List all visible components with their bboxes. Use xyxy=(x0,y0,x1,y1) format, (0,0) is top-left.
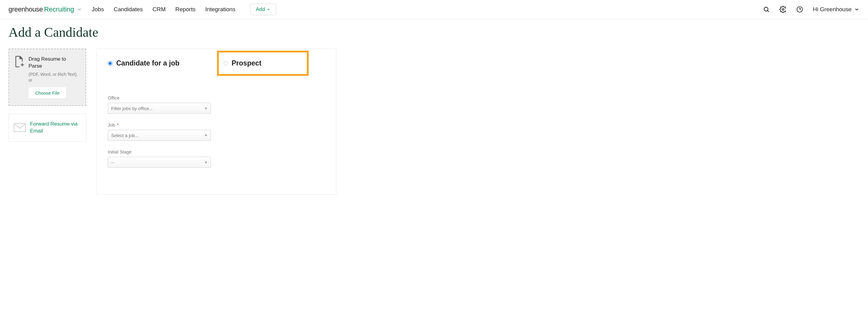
svg-point-2 xyxy=(782,8,784,10)
job-label: Job * xyxy=(108,122,325,127)
initial-stage-select-value: -- xyxy=(111,160,114,165)
type-radio-group: Candidate for a job Prospect xyxy=(108,59,325,76)
radio-candidate-input[interactable] xyxy=(108,61,113,66)
nav-jobs[interactable]: Jobs xyxy=(92,6,104,13)
brand-word-2: Recruiting xyxy=(44,5,74,13)
caret-down-icon: ▼ xyxy=(204,160,208,164)
required-marker: * xyxy=(117,122,119,127)
search-button[interactable] xyxy=(763,6,770,13)
choose-file-button[interactable]: Choose File xyxy=(29,87,66,99)
radio-candidate-for-job[interactable]: Candidate for a job xyxy=(108,59,217,67)
field-office: Office Filter jobs by office... ▼ xyxy=(108,95,325,114)
add-button[interactable]: Add xyxy=(250,4,276,15)
primary-nav: Jobs Candidates CRM Reports Integrations xyxy=(92,6,235,13)
layout: Drag Resume to Parse (PDF, Word, or Rich… xyxy=(8,48,860,195)
radio-prospect-label: Prospect xyxy=(231,59,261,67)
settings-button[interactable] xyxy=(779,6,787,13)
gear-icon xyxy=(779,6,787,13)
envelope-icon xyxy=(14,124,26,132)
caret-down-icon: ▼ xyxy=(204,133,208,137)
dropzone-title: Drag Resume to Parse xyxy=(29,56,80,70)
user-menu[interactable]: Hi Greenhouse xyxy=(813,6,860,13)
svg-line-1 xyxy=(768,11,769,12)
nav-reports[interactable]: Reports xyxy=(176,6,196,13)
dropzone-row: Drag Resume to Parse (PDF, Word, or Rich… xyxy=(14,56,80,83)
left-column: Drag Resume to Parse (PDF, Word, or Rich… xyxy=(8,48,86,142)
office-select-value: Filter jobs by office... xyxy=(111,106,153,111)
nav-candidates[interactable]: Candidates xyxy=(114,6,143,13)
document-add-icon xyxy=(14,56,24,83)
nav-right: Hi Greenhouse xyxy=(763,6,860,13)
page: Add a Candidate Drag Resume to Parse (PD… xyxy=(0,19,868,207)
help-button[interactable] xyxy=(796,6,803,13)
office-select[interactable]: Filter jobs by office... ▼ xyxy=(108,103,211,114)
initial-stage-label: Initial Stage xyxy=(108,149,325,154)
caret-down-icon: ▼ xyxy=(204,106,208,110)
user-greeting: Hi Greenhouse xyxy=(813,6,851,13)
chevron-down-icon xyxy=(267,8,271,11)
radio-unselected-icon xyxy=(224,61,228,66)
job-select-value: Select a job... xyxy=(111,133,139,138)
office-label: Office xyxy=(108,95,325,100)
radio-prospect-highlight: Prospect xyxy=(217,51,309,76)
initial-stage-select[interactable]: -- ▼ xyxy=(108,157,211,168)
brand-switcher[interactable]: greenhouse Recruiting xyxy=(8,5,82,13)
svg-point-0 xyxy=(764,7,768,11)
top-nav: greenhouse Recruiting Jobs Candidates CR… xyxy=(0,0,868,19)
add-button-label: Add xyxy=(256,6,265,12)
resume-dropzone[interactable]: Drag Resume to Parse (PDF, Word, or Rich… xyxy=(8,48,86,106)
chevron-down-icon xyxy=(77,7,82,12)
nav-crm[interactable]: CRM xyxy=(153,6,166,13)
page-title: Add a Candidate xyxy=(8,25,860,40)
dropzone-text: Drag Resume to Parse (PDF, Word, or Rich… xyxy=(29,56,80,83)
field-initial-stage: Initial Stage -- ▼ xyxy=(108,149,325,168)
nav-integrations[interactable]: Integrations xyxy=(205,6,235,13)
job-select[interactable]: Select a job... ▼ xyxy=(108,130,211,141)
job-label-text: Job xyxy=(108,122,115,127)
field-job: Job * Select a job... ▼ xyxy=(108,122,325,141)
search-icon xyxy=(763,6,770,13)
forward-resume-card: Forward Resume via Email xyxy=(8,114,86,142)
help-icon xyxy=(796,6,803,13)
chevron-down-icon xyxy=(854,7,860,12)
dropzone-hint: (PDF, Word, or Rich Text), or xyxy=(29,72,80,83)
forward-resume-link[interactable]: Forward Resume via Email xyxy=(30,121,81,135)
brand-word-1: greenhouse xyxy=(8,5,43,13)
radio-prospect[interactable]: Prospect xyxy=(224,59,261,67)
radio-candidate-label: Candidate for a job xyxy=(116,59,179,67)
form-card: Candidate for a job Prospect Office Filt… xyxy=(96,48,336,195)
